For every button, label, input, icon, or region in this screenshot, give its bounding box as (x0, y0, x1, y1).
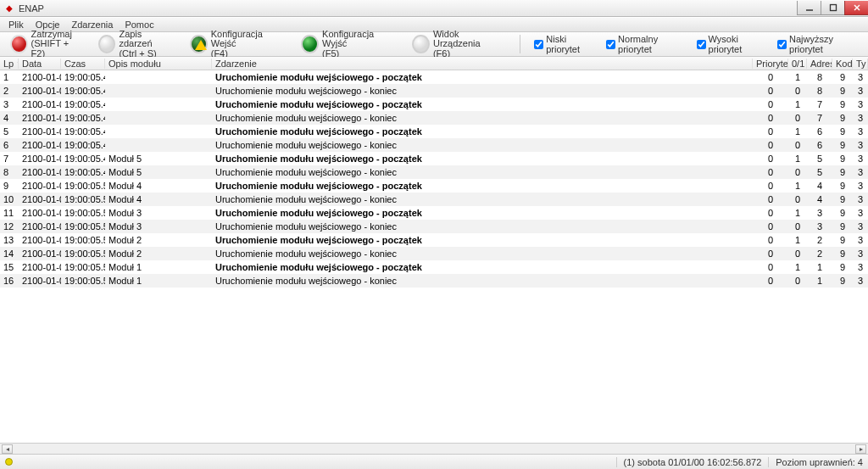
col-zdarzenie[interactable]: Zdarzenie (212, 59, 753, 69)
title-bar: ◆ ENAP (0, 0, 868, 17)
filter-highest-label: Najwyższy priorytet (789, 34, 863, 54)
filter-normal-priority[interactable]: Normalny priorytet (606, 34, 687, 54)
cell: 9 (832, 276, 853, 286)
horizontal-scrollbar[interactable]: ◂ ▸ (0, 443, 868, 454)
config-inputs-button[interactable]: Konfiguracja Wejść(F4) (185, 29, 289, 60)
cell: 0 (753, 208, 788, 218)
scroll-left-icon[interactable]: ◂ (2, 444, 13, 454)
table-row[interactable]: 52100-01-0119:00:05.470Uruchomienie modu… (0, 125, 868, 138)
event-table: Lp▼ Data Czas Opis modułu Zdarzenie Prio… (0, 57, 868, 443)
stop-button[interactable]: Zatrzymaj(SHIFT + F2) (5, 29, 86, 60)
col-priorytet[interactable]: Priorytet (753, 59, 788, 69)
table-row[interactable]: 32100-01-0119:00:05.454Uruchomienie modu… (0, 98, 868, 111)
cell: 1 (807, 262, 832, 272)
cell: 0 (753, 262, 788, 272)
cell: 1 (807, 276, 832, 286)
table-row[interactable]: 132100-01-0119:00:05.532Moduł 2Uruchomie… (0, 233, 868, 247)
col-kod[interactable]: Kod (832, 59, 853, 69)
device-view-button[interactable]: Widok Urządzenia(F6) (407, 29, 508, 60)
cell: 19:00:05.501 (61, 194, 105, 204)
cell: 4 (807, 181, 832, 191)
table-body[interactable]: 12100-01-0119:00:05.440Uruchomienie modu… (0, 70, 868, 443)
table-row[interactable]: 122100-01-0119:00:05.517Moduł 3Uruchomie… (0, 220, 868, 233)
filter-highest-checkbox[interactable] (777, 40, 787, 49)
cell: 12 (0, 221, 19, 232)
cell: 9 (832, 126, 853, 137)
cell: 0 (753, 194, 788, 204)
cell: Moduł 5 (105, 154, 212, 164)
filter-highest-priority[interactable]: Najwyższy priorytet (777, 34, 863, 54)
cell: 0 (788, 248, 807, 259)
cell: 19:00:05.470 (61, 126, 105, 137)
col-lp[interactable]: Lp▼ (0, 59, 19, 69)
table-row[interactable]: 152100-01-0119:00:05.546Moduł 1Uruchomie… (0, 260, 868, 274)
cell: 0 (753, 72, 788, 82)
col-zero-one[interactable]: 0/1 (788, 59, 807, 69)
cell: Moduł 2 (105, 248, 212, 259)
config-outputs-button[interactable]: Konfiguracja Wyjść(F5) (296, 29, 400, 60)
scroll-right-icon[interactable]: ▸ (855, 444, 866, 454)
cell: Moduł 1 (105, 262, 212, 272)
cell: 7 (807, 113, 832, 123)
table-row[interactable]: 92100-01-0119:00:05.501Moduł 4Uruchomien… (0, 179, 868, 193)
cell: 19:00:05.501 (61, 181, 105, 191)
table-header: Lp▼ Data Czas Opis modułu Zdarzenie Prio… (0, 57, 868, 70)
table-row[interactable]: 62100-01-0119:00:05.470Uruchomienie modu… (0, 138, 868, 152)
filter-normal-checkbox[interactable] (606, 40, 615, 49)
cell: 10 (0, 194, 19, 204)
col-typ[interactable]: Ty (853, 59, 868, 69)
close-button[interactable] (844, 1, 868, 15)
cell: 7 (807, 99, 832, 109)
device-icon (412, 35, 430, 53)
cell: 1 (788, 181, 807, 191)
cell: 0 (753, 276, 788, 286)
maximize-button[interactable] (821, 1, 844, 15)
cell: 9 (832, 154, 853, 164)
filter-low-checkbox[interactable] (534, 40, 543, 49)
cell: 2100-01-01 (19, 276, 61, 286)
table-row[interactable]: 12100-01-0119:00:05.440Uruchomienie modu… (0, 70, 868, 84)
cell: 19:00:05.546 (61, 276, 105, 286)
table-row[interactable]: 22100-01-0119:00:05.440Uruchomienie modu… (0, 84, 868, 98)
cell: 19:00:05.454 (61, 113, 105, 123)
filter-high-priority[interactable]: Wysoki priorytet (697, 34, 770, 54)
cell: 2100-01-01 (19, 99, 61, 109)
filter-high-checkbox[interactable] (697, 40, 706, 49)
table-row[interactable]: 42100-01-0119:00:05.454Uruchomienie modu… (0, 111, 868, 125)
cell: 2100-01-01 (19, 154, 61, 164)
table-row[interactable]: 72100-01-0119:00:05.486Moduł 5Uruchomien… (0, 152, 868, 165)
cell: 19:00:05.516 (61, 208, 105, 218)
cell: 8 (807, 86, 832, 96)
col-opis[interactable]: Opis modułu (105, 59, 212, 69)
cell: 19:00:05.486 (61, 167, 105, 177)
cell: 19:00:05.440 (61, 86, 105, 96)
device-view-label: Widok Urządzenia (433, 30, 503, 49)
filter-high-label: Wysoki priorytet (709, 34, 770, 54)
minimize-button[interactable] (797, 1, 821, 15)
cell: Uruchomienie modułu wejściowego - począt… (212, 154, 753, 164)
cell: 9 (832, 221, 853, 232)
cell: 2100-01-01 (19, 126, 61, 137)
table-row[interactable]: 82100-01-0119:00:05.486Moduł 5Uruchomien… (0, 165, 868, 179)
cell: 3 (853, 113, 868, 123)
toolbar-separator (520, 35, 520, 53)
table-row[interactable]: 162100-01-0119:00:05.546Moduł 1Uruchomie… (0, 274, 868, 288)
cell: 1 (788, 235, 807, 245)
cell: Uruchomienie modułu wejściowego - koniec (212, 248, 753, 259)
filter-low-priority[interactable]: Niski priorytet (534, 34, 598, 54)
col-data[interactable]: Data (19, 59, 61, 69)
cell: 9 (832, 72, 853, 82)
cell: 8 (0, 167, 19, 177)
cell: 9 (832, 248, 853, 259)
col-adres[interactable]: Adres (807, 59, 832, 69)
table-row[interactable]: 142100-01-0119:00:05.532Moduł 2Uruchomie… (0, 247, 868, 260)
cell: 0 (788, 276, 807, 286)
col-czas[interactable]: Czas (61, 59, 105, 69)
status-permission: Poziom uprawnień: 4 (768, 457, 863, 467)
table-row[interactable]: 112100-01-0119:00:05.516Moduł 3Uruchomie… (0, 206, 868, 220)
save-events-button[interactable]: Zapis zdarzeń(Ctrl + S) (93, 29, 178, 60)
cell: 2100-01-01 (19, 167, 61, 177)
table-row[interactable]: 102100-01-0119:00:05.501Moduł 4Uruchomie… (0, 193, 868, 206)
cell: 3 (853, 221, 868, 232)
cell: 19:00:05.470 (61, 140, 105, 150)
